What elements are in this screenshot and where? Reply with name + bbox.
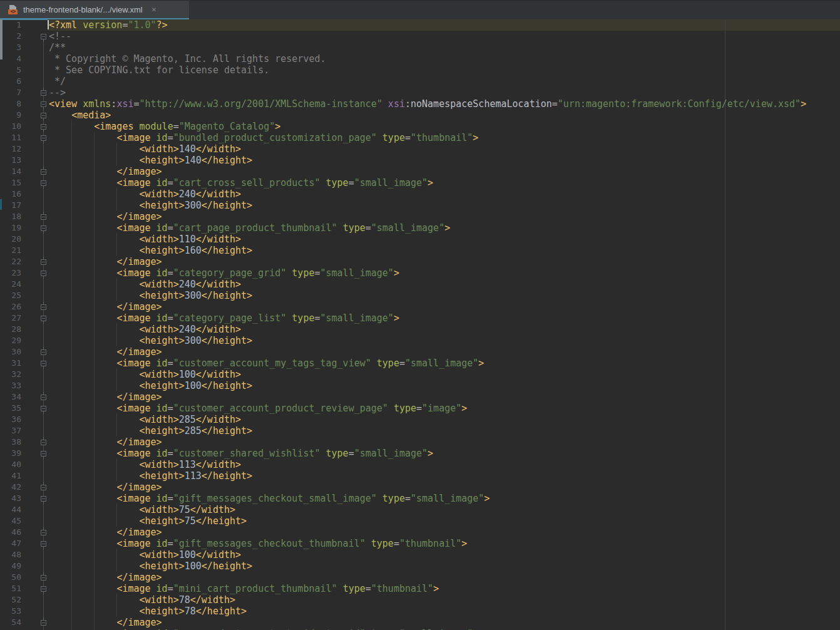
fold-collapse-icon[interactable] <box>41 451 46 457</box>
fold-end-icon[interactable] <box>41 395 46 400</box>
fold-end-icon[interactable] <box>41 304 46 310</box>
code-line[interactable]: 34 </image> <box>0 391 840 403</box>
fold-collapse-icon[interactable] <box>41 101 46 107</box>
code-line[interactable]: 36 <width>285</width> <box>0 414 840 425</box>
fold-collapse-icon[interactable] <box>41 496 46 502</box>
code-line[interactable]: 7--> <box>0 87 840 98</box>
code-text: <width>75</width> <box>49 504 235 515</box>
fold-collapse-icon[interactable] <box>41 135 46 141</box>
code-line[interactable]: 14 </image> <box>0 166 840 177</box>
code-line[interactable]: 19 <image id="cart_page_product_thumbnai… <box>0 222 840 234</box>
fold-collapse-icon[interactable] <box>41 316 46 321</box>
gutter-fold-cell <box>21 177 49 188</box>
line-number: 37 <box>0 425 21 436</box>
fold-end-icon[interactable] <box>41 214 46 220</box>
fold-collapse-icon[interactable] <box>41 113 46 118</box>
fold-collapse-icon[interactable] <box>41 180 46 186</box>
fold-end-icon[interactable] <box>41 90 46 96</box>
fold-collapse-icon[interactable] <box>41 541 46 547</box>
tab-view-xml[interactable]: <> theme-frontend-blank/.../view.xml ✕ <box>0 1 189 20</box>
code-line[interactable]: 24 <width>240</width> <box>0 279 840 290</box>
code-line[interactable]: 22 </image> <box>0 256 840 267</box>
code-line[interactable]: 33 <height>100</height> <box>0 380 840 391</box>
code-text: </image> <box>49 436 162 448</box>
fold-end-icon[interactable] <box>41 440 46 445</box>
code-line[interactable]: 35 <image id="customer_account_product_r… <box>0 403 840 414</box>
tab-close-icon[interactable]: ✕ <box>151 6 156 13</box>
code-line[interactable]: 12 <width>140</width> <box>0 143 840 155</box>
fold-end-icon[interactable] <box>41 620 46 626</box>
code-line[interactable]: 25 <height>300</height> <box>0 290 840 301</box>
code-line[interactable]: 5 * See COPYING.txt for license details. <box>0 65 840 76</box>
code-line[interactable]: 23 <image id="category_page_grid" type="… <box>0 267 840 279</box>
code-line[interactable]: 15 <image id="cart_cross_sell_products" … <box>0 177 840 188</box>
fold-end-icon[interactable] <box>41 575 46 581</box>
code-line[interactable]: 50 </image> <box>0 572 840 583</box>
code-line[interactable]: 47 <image id="gift_messages_checkout_thu… <box>0 538 840 549</box>
code-text: <width>110</width> <box>49 234 241 245</box>
code-line[interactable]: 37 <height>285</height> <box>0 425 840 436</box>
gutter-fold-cell <box>21 143 49 155</box>
code-line[interactable]: 53 <height>78</height> <box>0 606 840 617</box>
code-line[interactable]: 41 <height>113</height> <box>0 470 840 482</box>
code-line[interactable]: 26 </image> <box>0 301 840 312</box>
code-line[interactable]: 28 <width>240</width> <box>0 324 840 335</box>
code-editor[interactable]: 1<?xml version="1.0"?>2<!--3/**4 * Copyr… <box>0 19 840 630</box>
code-line[interactable]: 44 <width>75</width> <box>0 504 840 515</box>
fold-collapse-icon[interactable] <box>41 406 46 411</box>
fold-end-icon[interactable] <box>41 349 46 355</box>
fold-collapse-icon[interactable] <box>41 271 46 276</box>
code-line[interactable]: 43 <image id="gift_messages_checkout_sma… <box>0 493 840 504</box>
code-line[interactable]: 49 <height>100</height> <box>0 560 840 572</box>
code-line[interactable]: 13 <height>140</height> <box>0 155 840 166</box>
code-line[interactable]: 4 * Copyright © Magento, Inc. All rights… <box>0 53 840 65</box>
code-line[interactable]: 52 <width>78</width> <box>0 594 840 606</box>
code-lines: 1<?xml version="1.0"?>2<!--3/**4 * Copyr… <box>0 19 840 630</box>
line-number: 18 <box>0 211 21 222</box>
code-text: <media> <box>49 110 111 121</box>
code-line[interactable]: 16 <width>240</width> <box>0 188 840 200</box>
fold-collapse-icon[interactable] <box>41 225 46 231</box>
code-line[interactable]: 51 <image id="mini_cart_product_thumbnai… <box>0 583 840 594</box>
code-line[interactable]: 17 <height>300</height> <box>0 200 840 211</box>
code-line[interactable]: 40 <width>113</width> <box>0 459 840 470</box>
code-line[interactable]: 3/** <box>0 42 840 53</box>
fold-end-icon[interactable] <box>41 169 46 175</box>
fold-collapse-icon[interactable] <box>41 586 46 592</box>
fold-end-icon[interactable] <box>41 485 46 490</box>
code-line[interactable]: 2<!-- <box>0 31 840 42</box>
code-line[interactable]: 31 <image id="customer_account_my_tags_t… <box>0 358 840 369</box>
code-line[interactable]: 20 <width>110</width> <box>0 234 840 245</box>
line-number: 14 <box>0 166 21 177</box>
code-line[interactable]: 10 <images module="Magento_Catalog"> <box>0 121 840 132</box>
code-line[interactable]: 27 <image id="category_page_list" type="… <box>0 312 840 324</box>
fold-collapse-icon[interactable] <box>41 34 46 39</box>
code-line[interactable]: 32 <width>100</width> <box>0 369 840 380</box>
gutter-fold-cell <box>21 290 49 301</box>
code-line[interactable]: 11 <image id="bundled_product_customizat… <box>0 132 840 143</box>
code-line[interactable]: 1<?xml version="1.0"?> <box>0 19 840 31</box>
fold-collapse-icon[interactable] <box>41 124 46 130</box>
line-number: 12 <box>0 143 21 155</box>
code-line[interactable]: 9 <media> <box>0 110 840 121</box>
code-line[interactable]: 45 <height>75</height> <box>0 515 840 527</box>
code-line[interactable]: 8<view xmlns:xsi="http://www.w3.org/2001… <box>0 98 840 110</box>
code-line[interactable]: 54 </image> <box>0 617 840 628</box>
code-line[interactable]: 46 </image> <box>0 527 840 538</box>
code-line[interactable]: 39 <image id="customer_shared_wishlist" … <box>0 448 840 459</box>
fold-end-icon[interactable] <box>41 530 46 535</box>
fold-collapse-icon[interactable] <box>41 361 46 366</box>
code-line[interactable]: 21 <height>160</height> <box>0 245 840 256</box>
gutter-fold-cell <box>21 211 49 222</box>
code-line[interactable]: 38 </image> <box>0 436 840 448</box>
code-line[interactable]: 48 <width>100</width> <box>0 549 840 560</box>
code-line[interactable]: 42 </image> <box>0 482 840 493</box>
code-line[interactable]: 18 </image> <box>0 211 840 222</box>
code-line[interactable]: 30 </image> <box>0 346 840 358</box>
line-number: 34 <box>0 391 21 403</box>
gutter-fold-cell <box>21 279 49 290</box>
fold-end-icon[interactable] <box>41 259 46 265</box>
code-line[interactable]: 6 */ <box>0 76 840 87</box>
line-number: 47 <box>0 538 21 549</box>
code-line[interactable]: 29 <height>300</height> <box>0 335 840 346</box>
